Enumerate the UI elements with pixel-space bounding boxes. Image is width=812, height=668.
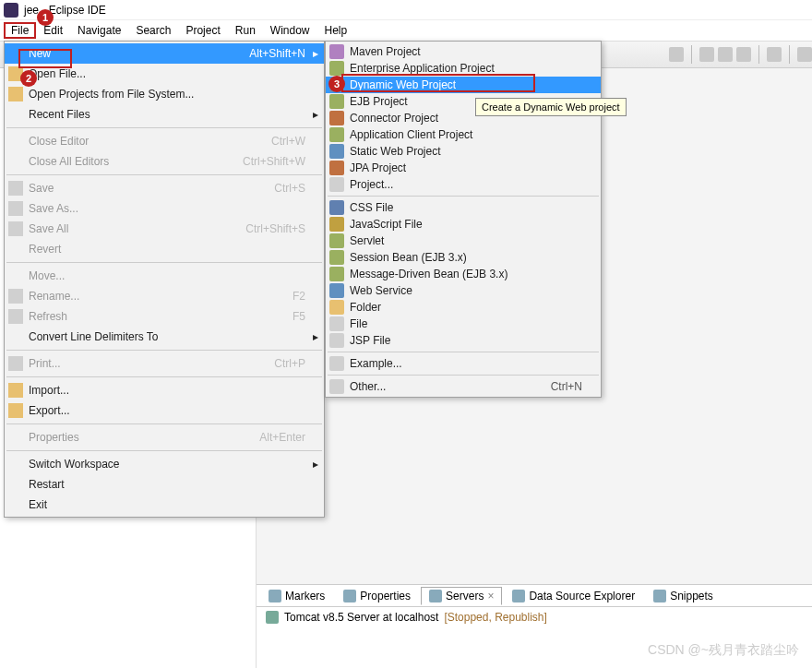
menu-label: Open File... [29, 67, 86, 80]
submenu-item[interactable]: Project... [326, 176, 601, 193]
menu-label: Revert [29, 243, 61, 256]
submenu-label: Web Service [350, 284, 412, 297]
menu-item[interactable]: Recent Files▸ [5, 104, 324, 125]
submenu-item[interactable]: Session Bean (EJB 3.x) [326, 249, 601, 266]
menu-item[interactable]: Open Projects from File System... [5, 84, 324, 104]
shortcut: F2 [293, 290, 305, 303]
menu-file[interactable]: File [4, 22, 36, 39]
menu-label: Export... [29, 404, 70, 417]
menu-search[interactable]: Search [128, 22, 178, 39]
submenu-label: Maven Project [350, 45, 421, 58]
close-icon[interactable]: × [487, 590, 494, 602]
submenu-label: JavaScript File [350, 218, 423, 231]
submenu-item[interactable]: File [326, 316, 601, 332]
submenu-item[interactable]: Message-Driven Bean (EJB 3.x) [326, 266, 601, 282]
view-tab[interactable]: Properties [335, 587, 419, 605]
submenu-label: Project... [350, 178, 393, 191]
submenu-label: Enterprise Application Project [350, 62, 495, 75]
submenu-item[interactable]: Dynamic Web Project [326, 77, 601, 93]
menu-label: New [29, 47, 51, 60]
menu-label: Refresh [29, 310, 67, 323]
menu-label: Restart [29, 478, 65, 491]
menu-label: Properties [29, 431, 79, 444]
toolbar-button[interactable] [736, 47, 751, 62]
menu-label: Switch Workspace [29, 458, 119, 471]
shortcut: Ctrl+N [551, 380, 582, 393]
toolbar-button[interactable] [699, 47, 714, 62]
submenu-item[interactable]: JPA Project [326, 160, 601, 176]
submenu-label: Static Web Project [350, 145, 440, 158]
tab-label: Properties [360, 590, 411, 602]
server-entry[interactable]: Tomcat v8.5 Server at localhost [Stopped… [257, 607, 812, 627]
separator [758, 45, 759, 64]
menu-label: Print... [29, 357, 61, 370]
file-icon [8, 201, 23, 216]
separator [6, 127, 322, 128]
toolbar-button[interactable] [718, 47, 733, 62]
menu-item[interactable]: Exit [5, 495, 324, 515]
js-icon [329, 217, 344, 232]
shortcut: Ctrl+S [274, 182, 305, 195]
submenu-item[interactable]: Other...Ctrl+N [326, 378, 601, 395]
menu-navigate[interactable]: Navigate [70, 22, 128, 39]
tab-label: Markers [285, 590, 325, 602]
bean-icon [329, 250, 344, 265]
toolbar-button[interactable] [669, 47, 684, 62]
menu-help[interactable]: Help [317, 22, 355, 39]
submenu-item[interactable]: Web Service [326, 282, 601, 299]
file-icon [8, 356, 23, 371]
separator [6, 423, 322, 424]
folder-icon [329, 300, 344, 315]
menu-label: Close All Editors [29, 155, 109, 168]
menu-item: Close All EditorsCtrl+Shift+W [5, 151, 324, 172]
submenu-label: File [350, 317, 367, 330]
menu-item: Revert [5, 239, 324, 259]
toolbar-button[interactable] [767, 47, 782, 62]
submenu-item[interactable]: Folder [326, 299, 601, 316]
annotation-badge-1: 1 [37, 9, 54, 26]
submenu-item[interactable]: CSS File [326, 199, 601, 216]
submenu-item[interactable]: JavaScript File [326, 216, 601, 233]
submenu-item[interactable]: JSP File [326, 332, 601, 349]
shortcut: Ctrl+Shift+W [243, 155, 305, 168]
window-title: jee - Eclipse IDE [24, 4, 106, 17]
submenu-label: EJB Project [350, 95, 408, 108]
menu-item[interactable]: Export... [5, 400, 324, 421]
view-tab[interactable]: Data Source Explorer [504, 587, 643, 605]
menu-label: Recent Files [29, 108, 90, 121]
menu-window[interactable]: Window [263, 22, 317, 39]
menu-item[interactable]: Restart [5, 474, 324, 495]
menu-item[interactable]: Import... [5, 380, 324, 400]
shortcut: Alt+Enter [259, 431, 305, 444]
submenu-item[interactable]: Application Client Project [326, 126, 601, 143]
menu-item[interactable]: Convert Line Delimiters To▸ [5, 327, 324, 347]
server-status: [Stopped, Republish] [444, 611, 546, 624]
submenu-label: CSS File [350, 201, 393, 214]
file-icon [329, 316, 344, 331]
annotation-badge-3: 3 [328, 76, 345, 92]
submenu-label: JSP File [350, 334, 390, 347]
submenu-label: Other... [350, 380, 386, 393]
menu-item[interactable]: Switch Workspace▸ [5, 454, 324, 474]
menu-run[interactable]: Run [228, 22, 263, 39]
bean-icon [329, 127, 344, 142]
submenu-item[interactable]: Static Web Project [326, 143, 601, 160]
menu-item[interactable]: NewAlt+Shift+N▸ [5, 43, 324, 64]
submenu-item[interactable]: Example... [326, 355, 601, 372]
menu-label: Close Editor [29, 135, 89, 148]
menu-project[interactable]: Project [178, 22, 227, 39]
toolbar-button[interactable] [797, 47, 812, 62]
file-icon [8, 289, 23, 304]
file-icon [329, 333, 344, 348]
submenu-item[interactable]: Servlet [326, 233, 601, 249]
submenu-item[interactable]: Maven Project [326, 43, 601, 60]
view-tab[interactable]: Servers× [421, 587, 502, 605]
menu-item[interactable]: Open File... [5, 64, 324, 84]
view-tab[interactable]: Snippets [645, 587, 722, 605]
view-tab[interactable]: Markers [260, 587, 333, 605]
bean-icon [329, 267, 344, 281]
eclipse-icon [4, 3, 18, 18]
submenu-item[interactable]: Enterprise Application Project [326, 60, 601, 77]
menu-item: PropertiesAlt+Enter [5, 427, 324, 447]
menu-label: Save All [29, 222, 68, 235]
